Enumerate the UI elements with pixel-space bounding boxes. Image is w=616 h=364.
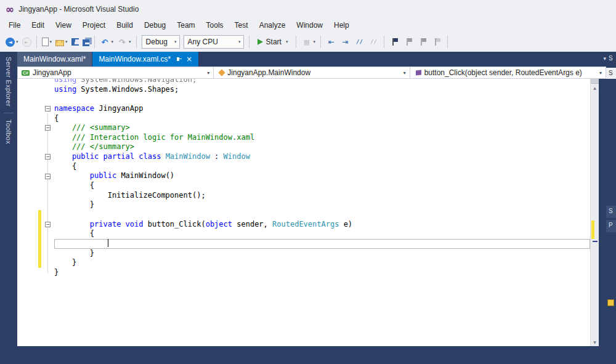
- menu-item-team[interactable]: Team: [171, 19, 200, 31]
- scroll-up-arrow-icon[interactable]: ▲: [591, 84, 599, 92]
- navigate-forward-button[interactable]: ►: [21, 36, 33, 48]
- code-area[interactable]: using System.Windows.Navigation;using Sy…: [54, 79, 590, 277]
- code-line-13[interactable]: InitializeComponent();: [54, 191, 590, 201]
- code-line-6[interactable]: /// <summary>: [54, 123, 590, 133]
- code-line-14[interactable]: }: [54, 200, 590, 210]
- fold-collapse-box[interactable]: −: [45, 106, 51, 111]
- tool-window-icon[interactable]: [607, 299, 614, 306]
- scrollbar-caret-mark: [593, 241, 598, 242]
- divider: [4, 113, 14, 113]
- bookmark-next-button[interactable]: [416, 36, 429, 48]
- code-line-18[interactable]: [54, 239, 590, 249]
- code-line-9[interactable]: public partial class MainWindow : Window: [54, 152, 590, 162]
- menu-item-view[interactable]: View: [50, 19, 77, 31]
- code-line-19[interactable]: }: [54, 249, 590, 259]
- code-line-8[interactable]: /// </summary>: [54, 142, 590, 152]
- right-panel-title-fragment[interactable]: S: [609, 55, 613, 62]
- properties-autohide-tab[interactable]: P: [606, 220, 616, 232]
- menu-item-window[interactable]: Window: [291, 19, 328, 31]
- bookmark-toggle-icon: [389, 37, 400, 47]
- member-dropdown-value: button_Click(object sender, RoutedEventA…: [424, 68, 582, 77]
- code-line-2[interactable]: using System.Windows.Shapes;: [54, 85, 590, 95]
- menu-item-build[interactable]: Build: [111, 19, 139, 31]
- code-line-16[interactable]: private void button_Click(object sender,…: [54, 220, 590, 230]
- code-line-15[interactable]: [54, 210, 590, 220]
- menu-item-edit[interactable]: Edit: [26, 19, 50, 31]
- code-line-20[interactable]: }: [54, 258, 590, 268]
- toolbar-separator: [36, 36, 37, 48]
- toolbar-separator: [249, 36, 249, 48]
- menu-item-file[interactable]: File: [3, 19, 26, 31]
- comment-button[interactable]: //: [353, 36, 366, 48]
- code-line-12[interactable]: {: [54, 181, 590, 191]
- comment-icon: //: [354, 37, 365, 47]
- code-line-11[interactable]: public MainWindow(): [54, 171, 590, 181]
- fold-collapse-box[interactable]: −: [45, 154, 51, 160]
- bookmark-clear-icon: [432, 37, 442, 47]
- type-dropdown[interactable]: JingyanApp.MainWindow ▾: [214, 67, 410, 78]
- tab-label: MainWindow.xaml.cs*: [99, 55, 171, 63]
- project-dropdown[interactable]: C# JingyanApp ▾: [18, 67, 214, 78]
- menu-item-tools[interactable]: Tools: [201, 19, 229, 31]
- code-line-5[interactable]: {: [54, 114, 590, 124]
- toolbar: ◄▾►▾▾↶▾↷▾Debug▾Any CPU▾Start▾▦▾⇤⇥////: [0, 32, 616, 52]
- code-line-3[interactable]: [54, 94, 590, 104]
- start-debug-button[interactable]: Start▾: [253, 36, 293, 47]
- bookmark-clear-button[interactable]: [431, 36, 444, 48]
- uncomment-button[interactable]: //: [367, 36, 380, 48]
- toolbox-tab[interactable]: Toolbox: [5, 115, 12, 149]
- save-icon: [71, 38, 79, 46]
- right-panel-fragment[interactable]: S: [606, 68, 616, 79]
- undo-button[interactable]: ↶▾: [99, 36, 115, 48]
- redo-button[interactable]: ↷▾: [116, 36, 132, 48]
- splitter-handle[interactable]: [591, 79, 599, 84]
- code-line-1[interactable]: using System.Windows.Navigation;: [54, 79, 590, 85]
- code-line-10[interactable]: {: [54, 162, 590, 172]
- close-icon[interactable]: ×: [186, 55, 192, 63]
- scroll-down-arrow-icon[interactable]: ▼: [591, 338, 599, 346]
- new-file-button[interactable]: ▾: [41, 36, 54, 47]
- bookmark-prev-button[interactable]: [402, 36, 415, 48]
- code-line-7[interactable]: /// Interaction logic for MainWindow.xam…: [54, 133, 590, 143]
- navigate-back-button[interactable]: ◄▾: [4, 36, 20, 48]
- solution-configurations-combo[interactable]: Debug▾: [142, 35, 180, 49]
- solution-platforms-combo[interactable]: Any CPU▾: [184, 35, 244, 49]
- vertical-scrollbar[interactable]: ▲ ▼: [590, 79, 599, 346]
- toolbar-separator: [94, 36, 95, 48]
- chevron-down-icon: ▾: [16, 39, 18, 44]
- document-tab-mainwindow-xaml-cs-[interactable]: MainWindow.xaml.cs*×: [92, 52, 198, 67]
- document-tab-mainwindow-xaml-[interactable]: MainWindow.xaml*: [17, 52, 92, 67]
- toolbar-separator: [384, 36, 384, 48]
- fold-collapse-box[interactable]: −: [45, 174, 51, 179]
- method-icon: [416, 70, 421, 76]
- server-explorer-tab[interactable]: Server Explorer: [5, 52, 12, 111]
- pin-icon[interactable]: [176, 56, 182, 63]
- member-dropdown[interactable]: button_Click(object sender, RoutedEventA…: [410, 67, 606, 78]
- fold-collapse-box[interactable]: −: [45, 222, 51, 227]
- changed-lines-bar: [38, 239, 41, 249]
- intellisense-button[interactable]: ▦▾: [300, 36, 317, 48]
- menu-item-debug[interactable]: Debug: [139, 19, 171, 31]
- save-all-button[interactable]: [81, 36, 91, 47]
- open-file-button[interactable]: ▾: [54, 36, 69, 47]
- solution-explorer-autohide-tab[interactable]: S: [606, 206, 616, 218]
- indent-decrease-button[interactable]: ⇤: [325, 36, 338, 48]
- menu-item-analyze[interactable]: Analyze: [254, 19, 291, 31]
- menu-item-project[interactable]: Project: [77, 19, 111, 31]
- text-caret: [108, 239, 108, 247]
- bookmark-next-icon: [418, 37, 428, 47]
- menu-item-test[interactable]: Test: [229, 19, 254, 31]
- code-line-17[interactable]: {: [54, 229, 590, 239]
- code-editor[interactable]: −−−−− using System.Windows.Navigation;us…: [17, 79, 599, 346]
- code-line-21[interactable]: }: [54, 268, 590, 278]
- chevron-down-icon: ▾: [403, 70, 406, 76]
- menu-item-help[interactable]: Help: [328, 19, 355, 31]
- start-label: Start: [266, 38, 282, 46]
- bookmark-toggle-button[interactable]: [388, 36, 401, 48]
- indent-increase-icon: ⇥: [340, 37, 351, 47]
- fold-collapse-box[interactable]: −: [45, 125, 51, 131]
- toolbar-separator: [296, 36, 296, 48]
- indent-increase-button[interactable]: ⇥: [339, 36, 352, 48]
- code-line-4[interactable]: namespace JingyanApp: [54, 104, 590, 114]
- save-button[interactable]: [70, 37, 80, 47]
